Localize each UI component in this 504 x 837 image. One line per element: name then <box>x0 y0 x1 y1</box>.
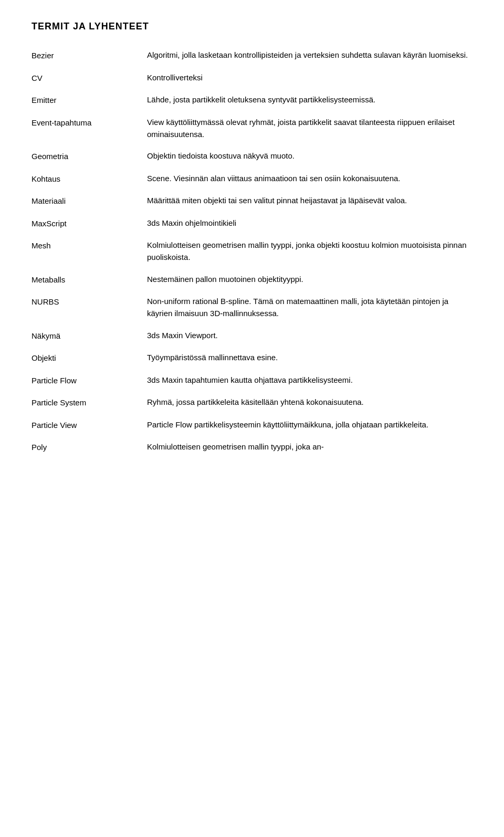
definition-text: Kolmiulotteisen geometrisen mallin tyypp… <box>147 239 472 264</box>
glossary-row: Particle Flow3ds Maxin tapahtumien kautt… <box>32 374 472 387</box>
glossary-row: GeometriaObjektin tiedoista koostuva näk… <box>32 150 472 163</box>
glossary-row: CVKontrolliverteksi <box>32 71 472 85</box>
glossary-row: Event-tapahtumaView käyttöliittymässä ol… <box>32 116 472 141</box>
definition-text: 3ds Maxin tapahtumien kautta ohjattava p… <box>147 374 472 386</box>
term-label: Emitter <box>32 93 147 107</box>
term-label: Näkymä <box>32 329 147 342</box>
term-label: Particle System <box>32 396 147 409</box>
definition-text: View käyttöliittymässä olevat ryhmät, jo… <box>147 116 472 141</box>
glossary-row: PolyKolmiulotteisen geometrisen mallin t… <box>32 441 472 454</box>
term-label: MaxScript <box>32 217 147 230</box>
term-label: Poly <box>32 441 147 454</box>
term-label: NURBS <box>32 295 147 308</box>
page-title: TERMIT JA LYHENTEET <box>32 21 472 32</box>
glossary-row: NURBSNon-uniform rational B-spline. Tämä… <box>32 295 472 320</box>
definition-text: Algoritmi, jolla lasketaan kontrollipist… <box>147 49 472 61</box>
definition-text: 3ds Maxin Viewport. <box>147 329 472 341</box>
term-label: Event-tapahtuma <box>32 116 147 129</box>
glossary-row: MetaballsNestemäinen pallon muotoinen ob… <box>32 273 472 286</box>
glossary-row: MaxScript3ds Maxin ohjelmointikieli <box>32 217 472 230</box>
definition-text: Scene. Viesinnän alan viittaus animaatio… <box>147 172 472 184</box>
definition-text: Objektin tiedoista koostuva näkyvä muoto… <box>147 150 472 162</box>
term-label: Geometria <box>32 150 147 163</box>
glossary-row: EmitterLähde, josta partikkelit oletukse… <box>32 93 472 107</box>
definition-text: Kolmiulotteisen geometrisen mallin tyypp… <box>147 441 472 453</box>
glossary-row: Näkymä3ds Maxin Viewport. <box>32 329 472 342</box>
term-label: CV <box>32 71 147 85</box>
glossary-row: ObjektiTyöympäristössä mallinnettava esi… <box>32 351 472 364</box>
glossary-row: MeshKolmiulotteisen geometrisen mallin t… <box>32 239 472 264</box>
definition-text: Lähde, josta partikkelit oletuksena synt… <box>147 93 472 106</box>
term-label: Kohtaus <box>32 172 147 185</box>
definition-text: Kontrolliverteksi <box>147 71 472 83</box>
definition-text: Määrittää miten objekti tai sen valitut … <box>147 194 472 206</box>
term-label: Metaballs <box>32 273 147 286</box>
term-label: Objekti <box>32 351 147 364</box>
definition-text: 3ds Maxin ohjelmointikieli <box>147 217 472 229</box>
definition-text: Non-uniform rational B-spline. Tämä on m… <box>147 295 472 320</box>
term-label: Particle Flow <box>32 374 147 387</box>
term-label: Bezier <box>32 49 147 62</box>
glossary-row: KohtausScene. Viesinnän alan viittaus an… <box>32 172 472 185</box>
glossary-row: Particle SystemRyhmä, jossa partikkeleit… <box>32 396 472 409</box>
definition-text: Ryhmä, jossa partikkeleita käsitellään y… <box>147 396 472 408</box>
definition-text: Particle Flow partikkelisysteemin käyttö… <box>147 418 472 431</box>
glossary-row: MateriaaliMäärittää miten objekti tai se… <box>32 194 472 207</box>
term-label: Materiaali <box>32 194 147 207</box>
glossary-container: BezierAlgoritmi, jolla lasketaan kontrol… <box>32 49 472 454</box>
definition-text: Työympäristössä mallinnettava esine. <box>147 351 472 363</box>
glossary-row: BezierAlgoritmi, jolla lasketaan kontrol… <box>32 49 472 62</box>
definition-text: Nestemäinen pallon muotoinen objektityyp… <box>147 273 472 285</box>
glossary-row: Particle ViewParticle Flow partikkelisys… <box>32 418 472 432</box>
term-label: Mesh <box>32 239 147 252</box>
term-label: Particle View <box>32 418 147 432</box>
